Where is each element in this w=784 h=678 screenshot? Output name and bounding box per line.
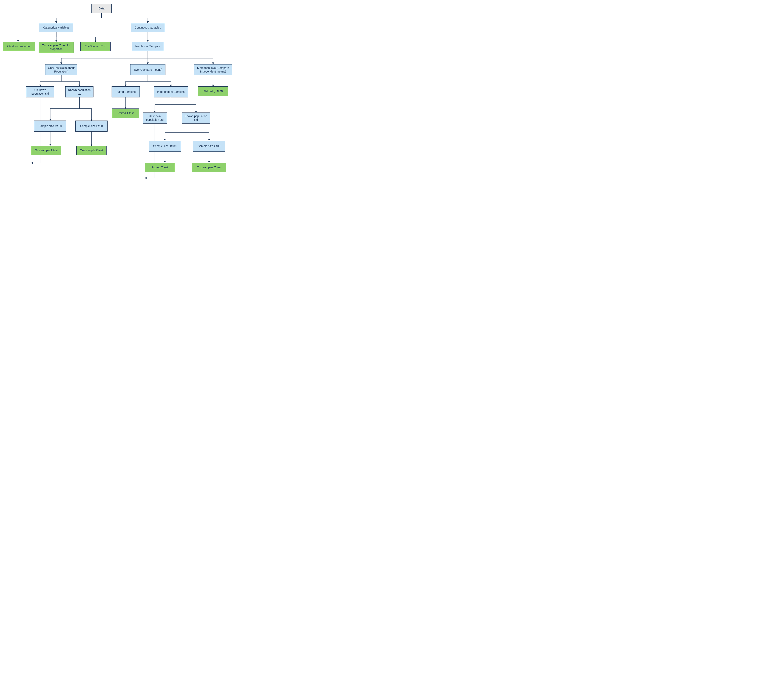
node-sample-le30-b: Sample size <= 30 [149,141,181,152]
node-data: Data [92,4,112,13]
node-one-population-label: One(Test claim about Population) [47,66,76,73]
node-continuous: Continuous variables [131,23,165,32]
node-sample-le30-a: Sample size <= 30 [34,121,66,132]
node-unknown-std-1: Unknown population std [26,86,54,98]
node-two-sample-z-proportion-label: Two samples Z test for proportion [41,44,72,51]
node-two-samples-z-test-label: Two samples Z test [197,166,221,170]
node-data-label: Data [98,7,104,11]
node-sample-ge30-a: Sample size >=30 [75,121,108,132]
node-independent-samples-label: Independent Samples [157,90,184,94]
node-z-test-proportion-label: Z test for proportion [7,45,31,48]
node-one-sample-z-test: One sample Z test [76,146,106,155]
flowchart-canvas: Data Categorical variables Continuous va… [0,0,261,226]
node-sample-le30-b-label: Sample size <= 30 [153,145,176,148]
node-known-std-2-label: Known population std [184,115,208,121]
node-known-std-1-label: Known population std [67,89,92,95]
node-one-population: One(Test claim about Population) [45,64,77,75]
node-anova: ANOVA (F-test) [198,86,228,96]
node-independent-samples: Independent Samples [154,86,188,98]
node-number-of-samples: Number of Samples [132,42,164,51]
node-chi-squared-label: Chi-Squared Test [85,45,106,48]
node-two-samples-z-test: Two samples Z test [192,163,226,173]
node-pooled-t-test-label: Pooled T test [151,166,168,170]
node-categorical-label: Categorical variables [43,26,70,30]
node-two-sample-z-proportion: Two samples Z test for proportion [39,42,74,53]
node-z-test-proportion: Z test for proportion [3,42,35,51]
node-paired-t-test-label: Paired T test [118,112,134,115]
node-anova-label: ANOVA (F-test) [203,89,223,93]
node-unknown-std-2-label: Unknown population std [145,115,165,121]
node-paired-samples-label: Paired Samples [116,90,136,94]
node-more-than-two-label: More than Two (Compare Independent means… [196,66,231,73]
node-known-std-1: Known population std [65,86,94,98]
node-unknown-std-2: Unknown population std [143,112,167,124]
node-chi-squared: Chi-Squared Test [80,42,111,51]
node-number-of-samples-label: Number of Samples [135,45,160,48]
node-known-std-2: Known population std [182,112,210,124]
node-paired-t-test: Paired T test [112,109,139,118]
node-categorical: Categorical variables [39,23,73,32]
node-one-sample-z-test-label: One sample Z test [80,149,103,152]
node-two-compare-means: Two (Compare means) [130,64,165,75]
node-unknown-std-1-label: Unknown population std [28,89,53,95]
node-continuous-label: Continuous variables [135,26,161,30]
node-pooled-t-test: Pooled T test [145,163,175,173]
node-one-sample-t-test-label: One sample T test [35,149,58,152]
node-sample-le30-a-label: Sample size <= 30 [39,124,62,128]
node-one-sample-t-test: One sample T test [31,146,61,155]
node-two-compare-means-label: Two (Compare means) [134,68,162,72]
node-sample-ge30-b: Sample size >=30 [193,141,225,152]
node-paired-samples: Paired Samples [112,86,140,98]
node-more-than-two: More than Two (Compare Independent means… [194,64,232,75]
node-sample-ge30-a-label: Sample size >=30 [80,124,103,128]
node-sample-ge30-b-label: Sample size >=30 [198,145,220,148]
